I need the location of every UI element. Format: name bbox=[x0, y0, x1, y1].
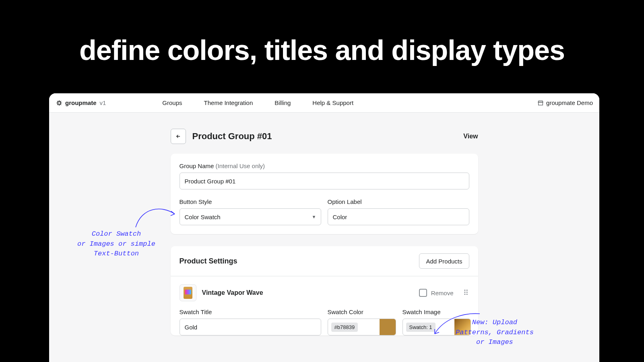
option-label-label: Option Label bbox=[328, 198, 469, 205]
annotation-arrow-left bbox=[130, 201, 178, 229]
group-name-input[interactable] bbox=[180, 173, 469, 189]
product-settings-title: Product Settings bbox=[180, 257, 237, 265]
app-window: groupmate v1 Groups Theme Integration Bi… bbox=[49, 93, 599, 362]
annotation-left-line3: Text-Button bbox=[77, 249, 155, 259]
brand-name: groupmate bbox=[65, 99, 97, 106]
group-name-hint: (Internal Use only) bbox=[216, 162, 265, 169]
drag-handle-icon[interactable]: ⠿ bbox=[463, 292, 469, 294]
brand-icon bbox=[56, 99, 63, 107]
product-row: Vintage Vapor Wave Remove ⠿ bbox=[171, 276, 478, 301]
main-nav: Groups Theme Integration Billing Help & … bbox=[162, 99, 353, 106]
annotation-left-line1: Color Swatch bbox=[77, 229, 155, 239]
annotation-left: Color Swatch or Images or simple Text-Bu… bbox=[77, 229, 155, 259]
swatch-color-preview[interactable] bbox=[380, 319, 396, 335]
brand-version: v1 bbox=[100, 99, 106, 106]
annotation-right-line1: New: Upload bbox=[456, 318, 534, 328]
annotation-left-line2: or Images or simple bbox=[77, 239, 155, 249]
arrow-left-icon bbox=[175, 134, 181, 139]
brand: groupmate v1 bbox=[56, 99, 106, 107]
page-header: Product Group #01 View bbox=[171, 129, 478, 144]
back-button[interactable] bbox=[171, 129, 186, 144]
annotation-right-line3: or Images bbox=[456, 337, 534, 348]
annotation-right-line2: Patterns, Gradients bbox=[456, 328, 534, 338]
add-products-button[interactable]: Add Products bbox=[419, 253, 469, 269]
store-link[interactable]: groupmate Demo bbox=[537, 99, 593, 106]
option-label-input[interactable] bbox=[328, 208, 469, 225]
nav-help-support[interactable]: Help & Support bbox=[312, 99, 353, 106]
topbar: groupmate v1 Groups Theme Integration Bi… bbox=[49, 93, 599, 113]
view-link[interactable]: View bbox=[463, 133, 478, 140]
group-name-label: Group Name (Internal Use only) bbox=[180, 162, 469, 169]
hero-title: define colors, titles and display types bbox=[0, 0, 644, 66]
button-style-label: Button Style bbox=[180, 198, 321, 205]
annotation-right: New: Upload Patterns, Gradients or Image… bbox=[456, 318, 534, 348]
product-thumbnail bbox=[180, 284, 196, 301]
group-name-label-text: Group Name bbox=[180, 162, 214, 169]
nav-groups[interactable]: Groups bbox=[162, 99, 182, 106]
store-icon bbox=[537, 100, 544, 106]
page-title: Product Group #01 bbox=[192, 131, 272, 142]
swatch-color-label: Swatch Color bbox=[328, 309, 396, 315]
store-label: groupmate Demo bbox=[546, 99, 593, 106]
swatch-title-input[interactable] bbox=[180, 319, 321, 335]
product-name: Vintage Vapor Wave bbox=[202, 289, 263, 296]
remove-label: Remove bbox=[431, 290, 454, 296]
remove-checkbox[interactable] bbox=[419, 289, 427, 297]
nav-theme-integration[interactable]: Theme Integration bbox=[204, 99, 253, 106]
swatch-image-chip: Swatch: 1 bbox=[406, 323, 436, 332]
nav-billing[interactable]: Billing bbox=[275, 99, 291, 106]
button-style-select[interactable] bbox=[180, 208, 321, 225]
swatch-color-chip: #b78839 bbox=[331, 323, 358, 332]
watch-icon bbox=[184, 287, 192, 299]
swatch-title-label: Swatch Title bbox=[180, 309, 321, 315]
group-card: Group Name (Internal Use only) Button St… bbox=[171, 154, 478, 234]
svg-point-0 bbox=[58, 101, 61, 104]
